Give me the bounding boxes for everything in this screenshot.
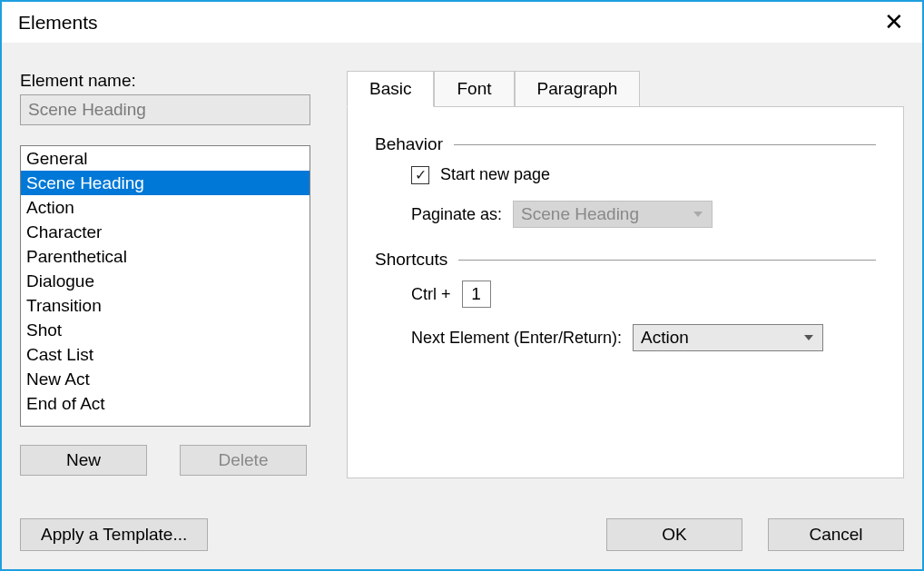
next-element-value: Action xyxy=(641,328,689,348)
window-title: Elements xyxy=(18,12,98,34)
tab-basic[interactable]: Basic xyxy=(347,71,434,107)
next-element-row: Next Element (Enter/Return): Action xyxy=(411,324,876,351)
start-new-page-checkbox[interactable] xyxy=(411,166,429,184)
ctrl-label: Ctrl + xyxy=(411,285,451,304)
start-new-page-row: Start new page xyxy=(411,165,876,184)
element-name-label: Element name: xyxy=(20,71,310,91)
list-item[interactable]: End of Act xyxy=(21,391,310,416)
tab-paragraph[interactable]: Paragraph xyxy=(515,71,641,107)
left-column: Element name: GeneralScene HeadingAction… xyxy=(20,71,310,478)
tab-strip: BasicFontParagraph xyxy=(347,71,904,107)
elements-listbox[interactable]: GeneralScene HeadingActionCharacterParen… xyxy=(20,145,310,427)
close-icon[interactable]: ✕ xyxy=(877,8,911,36)
divider xyxy=(458,260,876,261)
ok-cancel-group: OK Cancel xyxy=(606,518,904,551)
ctrl-shortcut-row: Ctrl + xyxy=(411,281,876,308)
list-item[interactable]: General xyxy=(21,146,310,171)
delete-button: Delete xyxy=(180,445,307,476)
list-button-row: New Delete xyxy=(20,445,310,476)
ok-button[interactable]: OK xyxy=(606,518,742,551)
tabs-container: BasicFontParagraph Behavior Start new pa… xyxy=(347,71,904,478)
divider xyxy=(454,144,876,145)
elements-dialog: Elements ✕ Element name: GeneralScene He… xyxy=(0,0,924,571)
start-new-page-label: Start new page xyxy=(440,165,550,184)
cancel-button[interactable]: Cancel xyxy=(768,518,904,551)
element-name-input[interactable] xyxy=(20,94,310,125)
shortcuts-header: Shortcuts xyxy=(375,250,876,270)
ctrl-shortcut-input[interactable] xyxy=(462,281,491,308)
shortcuts-label: Shortcuts xyxy=(375,250,458,270)
apply-template-button[interactable]: Apply a Template... xyxy=(20,518,208,551)
paginate-row: Paginate as: Scene Heading xyxy=(411,201,876,228)
paginate-as-value: Scene Heading xyxy=(521,204,639,224)
list-item[interactable]: Transition xyxy=(21,293,310,318)
content-area: Element name: GeneralScene HeadingAction… xyxy=(2,44,922,495)
right-column: BasicFontParagraph Behavior Start new pa… xyxy=(347,71,904,478)
behavior-label: Behavior xyxy=(375,134,454,154)
list-item[interactable]: Scene Heading xyxy=(21,171,310,195)
next-element-label: Next Element (Enter/Return): xyxy=(411,329,622,348)
bottom-bar: Apply a Template... OK Cancel xyxy=(20,518,904,551)
titlebar: Elements ✕ xyxy=(2,2,922,44)
list-item[interactable]: Dialogue xyxy=(21,269,310,293)
behavior-header: Behavior xyxy=(375,134,876,154)
list-item[interactable]: Action xyxy=(21,195,310,220)
paginate-label: Paginate as: xyxy=(411,205,502,224)
tab-panel-basic: Behavior Start new page Paginate as: Sce… xyxy=(347,106,904,478)
list-item[interactable]: Character xyxy=(21,220,310,244)
list-item[interactable]: Cast List xyxy=(21,342,310,367)
paginate-as-select: Scene Heading xyxy=(513,201,713,228)
list-item[interactable]: New Act xyxy=(21,367,310,391)
list-item[interactable]: Parenthetical xyxy=(21,244,310,269)
list-item[interactable]: Shot xyxy=(21,318,310,342)
next-element-select[interactable]: Action xyxy=(633,324,823,351)
tab-font[interactable]: Font xyxy=(434,71,514,107)
new-button[interactable]: New xyxy=(20,445,147,476)
